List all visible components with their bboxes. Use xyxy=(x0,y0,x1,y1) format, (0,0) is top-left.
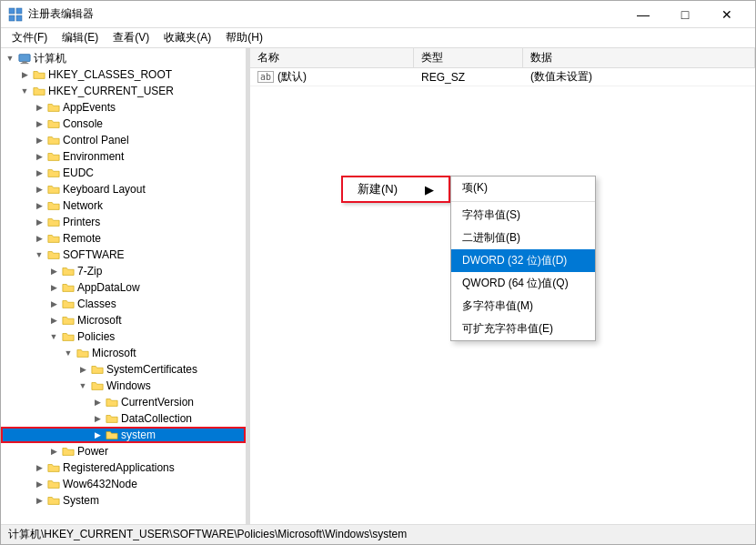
submenu-item-multistring[interactable]: 多字符串值(M) xyxy=(451,295,595,318)
folder-icon-eudc xyxy=(46,166,61,180)
menu-file[interactable]: 文件(F) xyxy=(5,28,55,47)
column-headers: 名称 类型 数据 xyxy=(250,48,755,68)
expand-icon-software: ▼ xyxy=(32,247,46,262)
menu-help[interactable]: 帮助(H) xyxy=(218,28,270,47)
window-title: 注册表编辑器 xyxy=(28,6,94,22)
folder-icon-7zip xyxy=(61,264,76,278)
tree-item-control-panel[interactable]: ▶ Control Panel xyxy=(1,132,246,148)
submenu-item-expandstring[interactable]: 可扩充字符串值(E) xyxy=(451,318,595,340)
tree-label-datacollection: DataCollection xyxy=(121,412,192,425)
tree-item-software[interactable]: ▼ SOFTWARE xyxy=(1,247,246,263)
tree-item-environment[interactable]: ▶ Environment xyxy=(1,148,246,165)
data-cell-value-default: (数值未设置) xyxy=(523,69,755,85)
expand-icon-console: ▶ xyxy=(32,116,46,131)
submenu-item-string[interactable]: 字符串值(S) xyxy=(451,204,595,227)
expand-icon-printers: ▶ xyxy=(32,215,46,229)
tree-item-currentversion[interactable]: ▶ CurrentVersion xyxy=(1,394,246,410)
expand-icon-policies: ▼ xyxy=(46,329,61,344)
menu-bar: 文件(F) 编辑(E) 查看(V) 收藏夹(A) 帮助(H) xyxy=(1,28,755,48)
tree-item-hkey-current-user[interactable]: ▼ HKEY_CURRENT_USER xyxy=(1,83,246,99)
folder-icon-microsoft2 xyxy=(76,346,90,360)
tree-label-appdatalow: AppDataLow xyxy=(77,281,140,294)
tree-item-appevents[interactable]: ▶ AppEvents xyxy=(1,99,246,116)
tree-item-remote[interactable]: ▶ Remote xyxy=(1,230,246,247)
expand-icon-environment: ▶ xyxy=(32,149,46,164)
tree-label-network: Network xyxy=(63,199,103,212)
new-button[interactable]: 新建(N) ▶ xyxy=(341,176,450,203)
tree-label-systemcerts: SystemCertificates xyxy=(106,363,197,376)
submenu-item-xiang[interactable]: 项(K) xyxy=(451,177,595,199)
folder-icon-classes-root xyxy=(32,67,46,82)
tree-item-appdatalow[interactable]: ▶ AppDataLow xyxy=(1,279,246,296)
close-button[interactable]: ✕ xyxy=(706,1,748,28)
svg-rect-0 xyxy=(9,8,15,14)
tree-label-printers: Printers xyxy=(63,216,100,228)
tree-root[interactable]: ▼ 计算机 xyxy=(1,50,246,66)
expand-icon-datacollection: ▶ xyxy=(90,411,105,426)
status-bar: 计算机\HKEY_CURRENT_USER\SOFTWARE\Policies\… xyxy=(1,524,755,544)
expand-icon-microsoft: ▶ xyxy=(46,313,61,328)
minimize-button[interactable]: — xyxy=(622,1,664,28)
expand-icon-windows: ▼ xyxy=(76,378,90,393)
expand-icon-systemcerts: ▶ xyxy=(76,362,90,377)
tree-item-wow64[interactable]: ▶ Wow6432Node xyxy=(1,476,246,492)
tree-item-classes[interactable]: ▶ Classes xyxy=(1,296,246,312)
tree-item-printers[interactable]: ▶ Printers xyxy=(1,214,246,230)
folder-icon-appdatalow xyxy=(61,280,76,295)
tree-item-power[interactable]: ▶ Power xyxy=(1,443,246,459)
tree-item-regapps[interactable]: ▶ RegisteredApplications xyxy=(1,459,246,476)
expand-icon-system2: ▶ xyxy=(32,493,46,508)
expand-icon-appdatalow: ▶ xyxy=(46,280,61,295)
folder-icon-policies xyxy=(61,329,76,344)
col-header-data: 数据 xyxy=(523,48,755,67)
right-panel: 名称 类型 数据 ab (默认) REG_SZ (数值未设置) 新建(N) ▶ xyxy=(250,48,755,524)
folder-icon-environment xyxy=(46,149,61,164)
expand-icon-wow64: ▶ xyxy=(32,477,46,491)
tree-item-microsoft2[interactable]: ▼ Microsoft xyxy=(1,345,246,361)
tree-panel[interactable]: ▼ 计算机 ▶ HKEY_CLASSES_R xyxy=(1,48,247,524)
tree-item-network[interactable]: ▶ Network xyxy=(1,197,246,214)
tree-item-keyboard-layout[interactable]: ▶ Keyboard Layout xyxy=(1,181,246,197)
tree-label-microsoft: Microsoft xyxy=(77,314,122,327)
tree-item-7zip[interactable]: ▶ 7-Zip xyxy=(1,263,246,279)
new-button-arrow: ▶ xyxy=(425,183,434,197)
menu-favorites[interactable]: 收藏夹(A) xyxy=(156,28,218,47)
submenu-divider-1 xyxy=(451,201,595,202)
expand-icon-power: ▶ xyxy=(46,444,61,459)
tree-label-7zip: 7-Zip xyxy=(77,265,102,278)
svg-rect-5 xyxy=(22,62,26,64)
tree-label-microsoft2: Microsoft xyxy=(92,347,136,359)
menu-edit[interactable]: 编辑(E) xyxy=(55,28,106,47)
submenu-item-qword[interactable]: QWORD (64 位)值(Q) xyxy=(451,272,595,295)
registry-editor-window: 注册表编辑器 — □ ✕ 文件(F) 编辑(E) 查看(V) 收藏夹(A) 帮助… xyxy=(0,0,756,545)
submenu: 项(K) 字符串值(S) 二进制值(B) DWORD (32 位)值(D) QW… xyxy=(450,176,596,341)
data-cell-type-default: REG_SZ xyxy=(414,71,523,84)
folder-icon-system xyxy=(105,428,119,442)
folder-icon-appevents xyxy=(46,100,61,115)
tree-item-policies[interactable]: ▼ Policies xyxy=(1,328,246,345)
tree-label-classes: Classes xyxy=(77,298,116,310)
tree-item-windows[interactable]: ▼ Windows xyxy=(1,378,246,394)
tree-label-appevents: AppEvents xyxy=(63,101,116,114)
tree-label-control-panel: Control Panel xyxy=(63,134,129,146)
folder-icon-regapps xyxy=(46,460,61,475)
expand-icon-eudc: ▶ xyxy=(32,166,46,180)
tree-label-policies: Policies xyxy=(77,330,115,343)
tree-item-hkey-classes-root[interactable]: ▶ HKEY_CLASSES_ROOT xyxy=(1,66,246,83)
tree-item-datacollection[interactable]: ▶ DataCollection xyxy=(1,410,246,427)
menu-view[interactable]: 查看(V) xyxy=(106,28,156,47)
status-bar-text: 计算机\HKEY_CURRENT_USER\SOFTWARE\Policies\… xyxy=(8,527,407,542)
tree-item-system[interactable]: ▶ system xyxy=(1,427,246,443)
submenu-item-binary[interactable]: 二进制值(B) xyxy=(451,227,595,249)
submenu-item-dword[interactable]: DWORD (32 位)值(D) xyxy=(451,249,595,272)
maximize-button[interactable]: □ xyxy=(664,1,706,28)
expand-icon-classes-root: ▶ xyxy=(17,67,32,82)
tree-item-system2[interactable]: ▶ System xyxy=(1,492,246,509)
tree-item-eudc[interactable]: ▶ EUDC xyxy=(1,165,246,181)
tree-item-console[interactable]: ▶ Console xyxy=(1,116,246,132)
tree-root-label: 计算机 xyxy=(34,51,66,66)
tree-item-systemcerts[interactable]: ▶ SystemCertificates xyxy=(1,361,246,378)
tree-item-microsoft[interactable]: ▶ Microsoft xyxy=(1,312,246,328)
data-row-default[interactable]: ab (默认) REG_SZ (数值未设置) xyxy=(250,68,755,86)
computer-icon xyxy=(17,51,32,66)
